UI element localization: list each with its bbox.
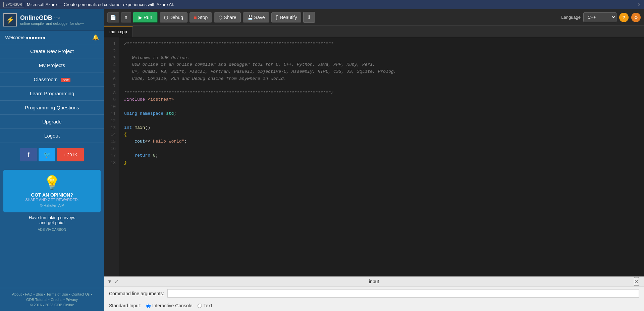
text-label: Text [204, 303, 212, 308]
content-area: 📄 ⬆ ▶ ▶ Run Run ⬡ Debug ■ Stop ⬡ Share 💾 [104, 9, 644, 311]
share-icon: ⬡ [218, 15, 222, 20]
main-layout: ⚡ OnlineGDB beta online compiler and deb… [0, 9, 644, 311]
upload-button[interactable]: ⬆ [121, 12, 131, 22]
logo-lightning: ⚡ [6, 16, 14, 24]
logo-name: OnlineGDB beta [20, 14, 84, 21]
stdin-label: Standard Input: [109, 303, 141, 308]
sidebar-item-create-new-project[interactable]: Create New Project [0, 44, 104, 58]
file-tab-main-cpp[interactable]: main.cpp [104, 26, 133, 37]
welcome-text: Welcome ●●●●●●● [5, 35, 46, 40]
logo-subtitle: online compiler and debugger for c/c++ [20, 21, 84, 25]
sidebar: ⚡ OnlineGDB beta online compiler and deb… [0, 9, 104, 311]
plus-followers-button[interactable]: + 201K [57, 148, 84, 161]
classroom-new-badge: new [61, 78, 70, 82]
debug-icon: ⬡ [164, 15, 168, 20]
twitter-button[interactable]: 🐦 [39, 148, 55, 161]
footer-link-blog[interactable]: Blog [36, 292, 43, 296]
interactive-console-option[interactable]: Interactive Console [146, 303, 193, 308]
toolbar: 📄 ⬆ ▶ ▶ Run Run ⬡ Debug ■ Stop ⬡ Share 💾 [104, 9, 644, 26]
info-button[interactable]: ? [619, 13, 629, 22]
ad-subtitle: SHARE AND GET REWARDED. [7, 198, 97, 202]
sidebar-item-my-projects[interactable]: My Projects [0, 58, 104, 72]
panel-controls: ▼ ⤢ [107, 279, 119, 284]
sidebar-user-row: Welcome ●●●●●●● 🔔 [0, 31, 104, 44]
ad-section: 💡 GOT AN OPINION? SHARE AND GET REWARDED… [0, 166, 104, 235]
language-label: Language [561, 15, 581, 20]
cmd-args-row: Command line arguments: [104, 287, 644, 300]
panel-collapse-button[interactable]: ▼ [107, 279, 112, 284]
file-tabs: main.cpp [104, 26, 644, 37]
sidebar-item-learn-programming[interactable]: Learn Programming [0, 87, 104, 101]
footer-link-gdb-tutorial[interactable]: GDB Tutorial [26, 298, 47, 302]
bottom-panel: ▼ ⤢ input × Command line arguments: Stan… [104, 276, 644, 311]
interactive-console-radio[interactable] [146, 304, 151, 308]
line-numbers: 1 2 3 4 5 6 7 8 9 10 11 12 13 14 15 16 1… [104, 37, 119, 276]
cmd-args-input[interactable] [167, 289, 639, 298]
cmd-args-label: Command line arguments: [109, 291, 164, 296]
bottom-panel-header: ▼ ⤢ input × [104, 277, 644, 287]
sidebar-footer: About • FAQ • Blog • Terms of Use • Cont… [0, 288, 104, 311]
sponsor-close-button[interactable]: × [638, 2, 641, 8]
footer-link-contact[interactable]: Contact Us [71, 292, 90, 296]
footer-links-row2: GDB Tutorial • Credits • Privacy [4, 298, 100, 302]
sidebar-item-classroom[interactable]: Classroom new [0, 72, 104, 87]
save-icon: 💾 [247, 15, 253, 20]
plus-icon: + [64, 152, 66, 157]
logo-icon: ⚡ [3, 13, 17, 27]
panel-expand-button[interactable]: ⤢ [115, 279, 119, 284]
sidebar-item-upgrade[interactable]: Upgrade [0, 115, 104, 129]
beta-badge: beta [54, 16, 60, 20]
footer-link-faq[interactable]: FAQ [25, 292, 32, 296]
notification-bell-icon[interactable]: 🔔 [92, 34, 99, 41]
interactive-console-label: Interactive Console [152, 303, 193, 308]
stop-icon: ■ [194, 15, 197, 20]
ad-title: GOT AN OPINION? [7, 192, 97, 198]
language-select-area: Language C C++ Java Python C# JavaScript… [561, 12, 641, 22]
run-play-icon: ▶ [139, 15, 142, 20]
ads-via-label: ADS VIA CARBON [3, 228, 101, 231]
sidebar-header: ⚡ OnlineGDB beta online compiler and deb… [0, 9, 104, 31]
new-file-button[interactable]: 📄 [107, 12, 119, 22]
copyright-text: © 2016 - 2023 GDB Online [4, 303, 100, 307]
ad-brand: © Rakuten AIP [7, 203, 97, 207]
social-buttons-row: f 🐦 + 201K [0, 143, 104, 166]
debug-button[interactable]: ⬡ Debug [160, 12, 187, 22]
footer-links-row1: About • FAQ • Blog • Terms of Use • Cont… [4, 292, 100, 296]
footer-link-terms[interactable]: Terms of Use [46, 292, 68, 296]
ad-survey-text: Have fun taking surveysand get paid! [3, 215, 101, 225]
panel-close-button[interactable]: × [634, 277, 639, 286]
text-radio[interactable] [198, 304, 202, 308]
ad-box[interactable]: 💡 GOT AN OPINION? SHARE AND GET REWARDED… [3, 170, 101, 212]
follower-count: 201K [67, 152, 77, 157]
sponsor-bar: SPONSOR Microsoft Azure — Create persona… [0, 0, 644, 9]
footer-link-credits[interactable]: Credits [51, 298, 62, 302]
panel-title: input [369, 279, 379, 284]
save-button[interactable]: 💾 Save [243, 12, 269, 22]
footer-link-about[interactable]: About [12, 292, 22, 296]
stdin-row: Standard Input: Interactive Console Text [104, 300, 644, 311]
beautify-icon: {} [276, 15, 279, 20]
code-editor: 1 2 3 4 5 6 7 8 9 10 11 12 13 14 15 16 1… [104, 37, 644, 276]
code-content[interactable]: /***************************************… [119, 37, 644, 276]
run-button[interactable]: ▶ ▶ Run Run [133, 12, 158, 23]
language-select[interactable]: C C++ Java Python C# JavaScript Go PHP S… [583, 12, 616, 22]
sidebar-item-programming-questions[interactable]: Programming Questions [0, 101, 104, 115]
sidebar-item-logout[interactable]: Logout [0, 129, 104, 143]
share-button[interactable]: ⬡ Share [214, 12, 240, 22]
settings-button[interactable]: ⚙ [631, 13, 641, 22]
ad-bulb-icon: 💡 [7, 175, 97, 191]
facebook-button[interactable]: f [20, 148, 37, 161]
logo-text: OnlineGDB beta online compiler and debug… [20, 14, 84, 25]
sponsor-message: Microsoft Azure — Create personalized cu… [27, 2, 174, 7]
text-input-option[interactable]: Text [198, 303, 212, 308]
sponsor-badge: SPONSOR [3, 2, 24, 7]
download-button[interactable]: ⬇ [303, 12, 315, 23]
stop-button[interactable]: ■ Stop [190, 12, 212, 22]
footer-link-privacy[interactable]: Privacy [66, 298, 78, 302]
beautify-button[interactable]: {} Beautify [271, 12, 302, 22]
